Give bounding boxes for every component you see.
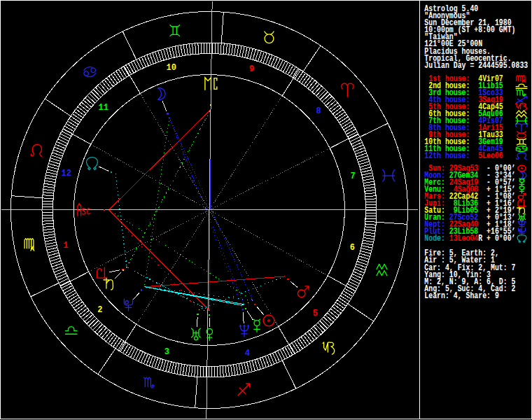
svg-text:6: 6 xyxy=(350,243,355,253)
svg-text:Learn: 4, Share: 9: Learn: 4, Share: 9 xyxy=(424,291,499,300)
svg-text:Julian Day = 2444595.0833: Julian Day = 2444595.0833 xyxy=(424,61,528,70)
svg-text:12: 12 xyxy=(62,169,71,178)
svg-text:4: 4 xyxy=(245,349,250,358)
svg-text:1: 1 xyxy=(63,241,68,251)
svg-text:12th house:5Leo06: 12th house:5Leo06 xyxy=(424,151,503,160)
svg-text:2: 2 xyxy=(97,305,102,315)
svg-text:11: 11 xyxy=(99,103,108,113)
svg-text:10: 10 xyxy=(166,63,176,73)
svg-text:5: 5 xyxy=(313,309,318,318)
svg-text:9: 9 xyxy=(249,64,254,74)
svg-text:3: 3 xyxy=(164,347,169,357)
svg-text:8: 8 xyxy=(316,106,321,116)
svg-text:Node:13Leo04R+ 0°00’: Node:13Leo04R+ 0°00’ xyxy=(424,234,515,244)
svg-text:7: 7 xyxy=(351,172,356,181)
